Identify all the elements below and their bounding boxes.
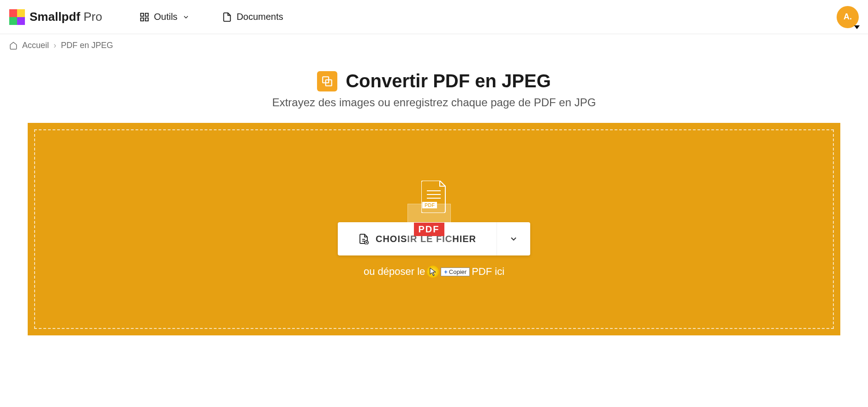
drop-hint: ou déposer le + Copier PDF ici — [364, 266, 504, 278]
breadcrumb-current: PDF en JPEG — [61, 41, 113, 50]
breadcrumb-home[interactable]: Accueil — [22, 41, 49, 50]
file-icon-group: PDF PDF — [421, 181, 447, 213]
logo-icon — [9, 9, 25, 25]
document-icon — [222, 12, 232, 22]
nav-tools-label: Outils — [154, 12, 178, 22]
file-dropzone[interactable]: PDF PDF — [34, 129, 834, 329]
drag-ghost-file: PDF — [407, 204, 451, 255]
choose-source-dropdown[interactable] — [497, 222, 530, 255]
nav-documents-label: Documents — [237, 12, 283, 22]
svg-rect-3 — [145, 18, 148, 20]
user-avatar[interactable]: A. — [837, 6, 859, 28]
page-title-block: Convertir PDF en JPEG Extrayez des image… — [0, 71, 868, 109]
copy-tooltip: + Copier — [441, 267, 470, 276]
caret-down-icon — [854, 25, 860, 29]
drop-hint-suffix: PDF ici — [472, 266, 504, 278]
svg-rect-2 — [140, 18, 143, 20]
chevron-down-icon — [182, 13, 190, 21]
drop-hint-prefix: ou déposer le — [364, 266, 425, 278]
copy-tooltip-label: Copier — [449, 268, 467, 275]
brand-suffix: Pro — [84, 10, 102, 24]
svg-rect-0 — [140, 13, 143, 16]
svg-rect-1 — [145, 13, 148, 16]
home-icon — [9, 42, 18, 50]
page-title: Convertir PDF en JPEG — [346, 71, 551, 91]
grid-icon — [139, 12, 150, 22]
brand-text: Smallpdf Pro — [30, 10, 102, 24]
breadcrumb: Accueil › PDF en JPEG — [0, 34, 868, 57]
cursor-arrow-icon — [430, 267, 437, 277]
cursor-highlight — [427, 266, 439, 278]
drag-cursor-overlay: + Copier — [427, 266, 470, 278]
chevron-down-icon — [509, 234, 518, 243]
convert-icon — [317, 71, 337, 91]
brand-main: Smallpdf — [30, 10, 80, 24]
drag-file-badge: PDF — [414, 223, 444, 236]
avatar-initials: A. — [844, 12, 852, 22]
plus-icon: + — [444, 268, 448, 275]
file-add-icon — [358, 233, 369, 244]
brand-logo[interactable]: Smallpdf Pro — [9, 9, 102, 25]
breadcrumb-separator: › — [54, 41, 56, 50]
dropzone-container: PDF PDF — [28, 123, 840, 335]
app-header: Smallpdf Pro Outils — [0, 0, 868, 34]
nav-documents[interactable]: Documents — [222, 12, 283, 22]
page-subtitle: Extrayez des images ou enregistrez chaqu… — [0, 96, 868, 109]
nav-tools[interactable]: Outils — [139, 12, 190, 22]
nav: Outils Documents — [139, 12, 283, 22]
